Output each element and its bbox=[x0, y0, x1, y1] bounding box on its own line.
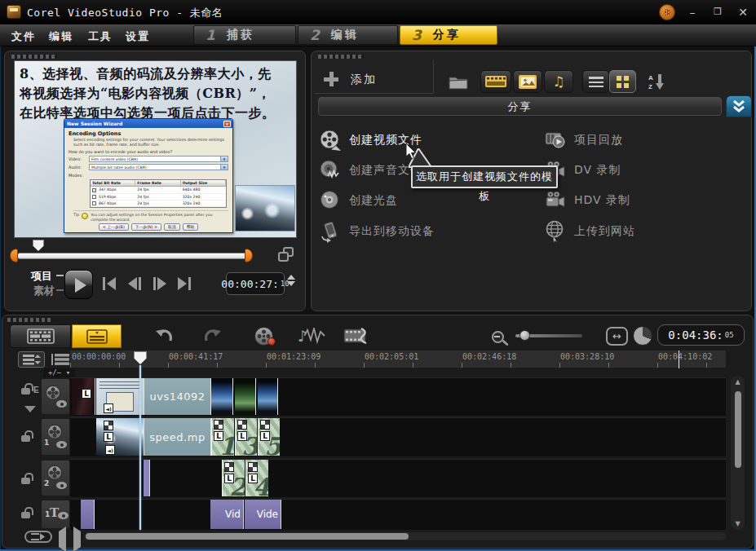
export-to-mobile-option[interactable]: 导出到移动设备 bbox=[319, 219, 435, 244]
hdv-camcorder-icon bbox=[544, 189, 567, 212]
fit-project-button[interactable]: ↔ bbox=[606, 327, 628, 346]
sound-mixer-button[interactable]: ♪ bbox=[292, 324, 331, 348]
video-clip[interactable]: uvs14092 bbox=[144, 378, 211, 415]
trim-start-handle[interactable] bbox=[10, 249, 18, 262]
photo-icon bbox=[519, 75, 537, 89]
title-track-lane[interactable] bbox=[70, 499, 726, 530]
project-duration-icon[interactable] bbox=[633, 326, 652, 346]
film-reel-icon bbox=[319, 129, 342, 152]
enlarge-preview-icon[interactable] bbox=[278, 247, 296, 263]
title-track-header[interactable]: 1 T bbox=[41, 500, 70, 529]
horizontal-scrollbar[interactable] bbox=[84, 532, 726, 540]
overlay-track1-header[interactable]: 1 bbox=[41, 418, 70, 456]
list-view-button[interactable] bbox=[582, 70, 609, 93]
maximize-button[interactable]: ❒ bbox=[709, 5, 727, 20]
create-disc-option[interactable]: 创建光盘 bbox=[319, 188, 398, 213]
timeline-timecode[interactable]: 0:04:36:05 bbox=[657, 324, 745, 346]
show-all-tracks-button[interactable] bbox=[49, 351, 72, 368]
browse-folder-button[interactable] bbox=[444, 70, 472, 93]
ruler-label: 00:02:46:18 bbox=[462, 352, 516, 361]
collapse-arrow-icon[interactable] bbox=[24, 406, 36, 412]
redo-button[interactable] bbox=[199, 324, 225, 348]
video-clip-thumbnail[interactable] bbox=[258, 378, 278, 415]
project-playback-option[interactable]: 项目回放 bbox=[544, 128, 623, 152]
playhead-line[interactable] bbox=[139, 365, 141, 530]
track-manager-button[interactable] bbox=[18, 351, 45, 368]
track-lock-icon[interactable] bbox=[21, 383, 32, 395]
clip-length-badge: L bbox=[104, 432, 113, 442]
track-visibility-icon[interactable] bbox=[56, 441, 67, 448]
grid-view-button[interactable] bbox=[609, 70, 636, 93]
zoom-in-button[interactable] bbox=[579, 326, 602, 347]
scroll-down-icon[interactable]: ▼ bbox=[731, 520, 745, 527]
tab-capture[interactable]: 1 捕获 bbox=[193, 25, 296, 45]
panel-grip[interactable] bbox=[7, 318, 53, 322]
track-visibility-icon[interactable] bbox=[56, 482, 67, 489]
redo-icon bbox=[202, 328, 222, 346]
video-track-header[interactable] bbox=[41, 378, 70, 415]
tab-share[interactable]: 3 分享 bbox=[400, 25, 497, 45]
scroll-up-icon[interactable]: ▲ bbox=[731, 378, 745, 386]
menu-tools[interactable]: 工具 bbox=[88, 29, 113, 44]
hdv-record-option[interactable]: HDV 录制 bbox=[544, 188, 630, 213]
menu-file[interactable]: 文件 bbox=[11, 29, 36, 44]
preview-timecode[interactable]: 00:00:27:10 bbox=[226, 272, 285, 295]
video-clip-thumbnail[interactable] bbox=[211, 378, 233, 415]
vertical-scrollbar[interactable]: ▲ ▼ bbox=[731, 376, 745, 530]
filter-video-button[interactable] bbox=[480, 70, 511, 93]
title-track-icon: T bbox=[50, 505, 59, 520]
overlay-clip[interactable] bbox=[144, 460, 150, 496]
clip-length-badge: L bbox=[82, 389, 91, 399]
record-capture-button[interactable] bbox=[246, 324, 281, 348]
play-button[interactable] bbox=[64, 270, 93, 299]
collapse-section-button[interactable] bbox=[726, 95, 752, 117]
scroll-left-button[interactable] bbox=[59, 531, 66, 547]
tab-edit[interactable]: 2 编辑 bbox=[298, 25, 398, 45]
panel-grip[interactable] bbox=[11, 55, 57, 59]
timeline-ruler[interactable]: 00:00:00:00 00:00:41:17 00:01:23:09 00:0… bbox=[70, 350, 726, 368]
add-remove-chapter-button[interactable]: +/− ▾ bbox=[43, 368, 75, 377]
undo-button[interactable] bbox=[152, 324, 178, 348]
horizontal-scrollbar-thumb[interactable] bbox=[86, 533, 409, 540]
minimize-button[interactable]: – bbox=[683, 5, 701, 20]
title-clip[interactable]: Vide bbox=[245, 500, 281, 529]
previous-frame-button[interactable] bbox=[123, 275, 146, 293]
upload-to-website-option[interactable]: 上传到网站 bbox=[544, 219, 635, 244]
next-frame-button[interactable] bbox=[148, 275, 171, 293]
corel-guide-icon[interactable] bbox=[659, 4, 675, 20]
clip-mode-label[interactable]: 素材 bbox=[33, 284, 55, 298]
timeline-view-button[interactable] bbox=[72, 324, 122, 348]
track-visibility-icon[interactable] bbox=[56, 400, 67, 408]
overlay-track2-lane[interactable] bbox=[70, 459, 726, 497]
scroll-right-button[interactable] bbox=[73, 531, 81, 547]
video-clip-thumbnail[interactable] bbox=[235, 378, 256, 415]
vertical-scrollbar-thumb[interactable] bbox=[735, 391, 741, 468]
zoom-out-button[interactable] bbox=[486, 326, 509, 347]
close-button[interactable]: ✕ bbox=[734, 5, 752, 20]
auto-music-button[interactable] bbox=[338, 324, 377, 348]
overlay-track2-header[interactable]: 2 bbox=[41, 460, 70, 496]
share-section-header[interactable]: 分享 bbox=[318, 97, 722, 116]
panel-grip[interactable] bbox=[318, 55, 364, 59]
tooltip: 选取用于创建视频文件的模板 bbox=[411, 165, 558, 188]
scrubber-track[interactable] bbox=[17, 253, 247, 259]
filter-audio-button[interactable]: ♫ bbox=[544, 70, 573, 93]
home-button[interactable] bbox=[98, 275, 121, 293]
overlay-clip[interactable]: speed.mp bbox=[144, 418, 211, 456]
title-clip[interactable] bbox=[81, 500, 95, 529]
menu-edit[interactable]: 编辑 bbox=[49, 29, 73, 44]
title-clip[interactable]: Vid bbox=[210, 500, 244, 529]
add-button[interactable]: 添加 bbox=[351, 73, 377, 87]
menu-settings[interactable]: 设置 bbox=[126, 29, 150, 44]
zoom-slider-handle[interactable] bbox=[519, 330, 530, 341]
project-mode-label[interactable]: 项目 bbox=[31, 269, 52, 284]
timecode-spinner[interactable] bbox=[287, 275, 295, 286]
end-button[interactable] bbox=[173, 275, 196, 293]
filter-photo-button[interactable] bbox=[513, 70, 542, 93]
sort-button[interactable]: A Z bbox=[643, 70, 670, 93]
track-swap-button[interactable] bbox=[24, 531, 52, 543]
track-visibility-icon[interactable] bbox=[58, 512, 69, 519]
create-sound-file-option[interactable]: 创建声音文件 bbox=[319, 158, 422, 183]
storyboard-view-button[interactable] bbox=[10, 324, 71, 348]
cancel-button: 取消 bbox=[164, 223, 180, 231]
